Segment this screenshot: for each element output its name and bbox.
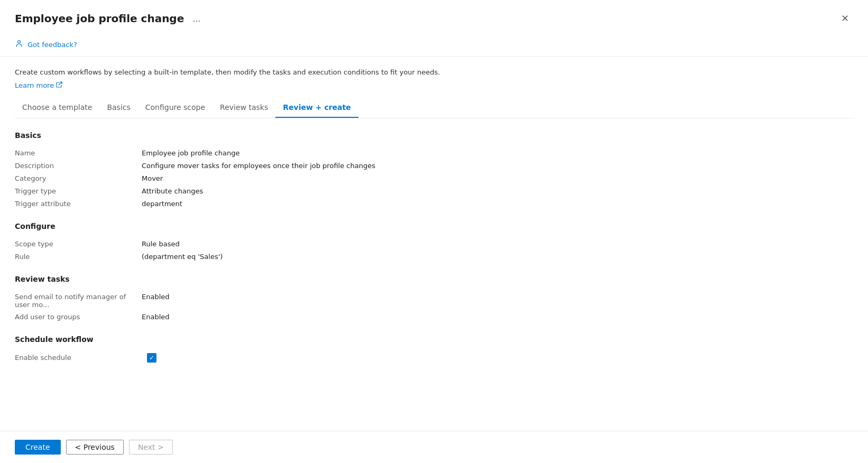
checkmark-icon: ✓ [149,355,154,361]
table-row: Trigger type Attribute changes [15,185,853,198]
schedule-title: Schedule workflow [15,335,853,344]
table-row: Trigger attribute department [15,198,853,210]
schedule-section: Schedule workflow Enable schedule ✓ [15,335,853,365]
svg-point-0 [18,41,21,43]
dialog-title: Employee job profile change [15,12,184,25]
tab-configure-scope[interactable]: Configure scope [138,99,213,118]
configure-table: Scope type Rule based Rule (department e… [15,238,853,263]
enable-schedule-row: Enable schedule ✓ [15,351,853,365]
intro-description: Create custom workflows by selecting a b… [15,67,853,78]
table-row: Add user to groups Enabled [15,311,853,323]
create-button[interactable]: Create [15,440,61,455]
external-link-icon [56,81,62,89]
table-row: Send email to notify manager of user mo.… [15,291,853,311]
table-row: Name Employee job profile change [15,147,853,160]
review-tasks-title: Review tasks [15,275,853,283]
footer: Create < Previous Next > [0,431,868,463]
feedback-bar: Got feedback? [0,35,868,57]
previous-button[interactable]: < Previous [66,440,124,455]
next-button: Next > [129,440,173,455]
basics-table: Name Employee job profile change Descrip… [15,147,853,210]
table-row: Rule (department eq 'Sales') [15,251,853,263]
tab-review-create[interactable]: Review + create [275,99,358,118]
enable-schedule-label: Enable schedule [15,354,142,362]
configure-section: Configure Scope type Rule based Rule (de… [15,222,853,263]
review-tasks-section: Review tasks Send email to notify manage… [15,275,853,323]
tab-review-tasks[interactable]: Review tasks [213,99,275,118]
tab-basics[interactable]: Basics [99,99,137,118]
svg-line-1 [59,82,62,85]
basics-section: Basics Name Employee job profile change … [15,131,853,210]
table-row: Description Configure mover tasks for em… [15,160,853,172]
table-row: Category Mover [15,172,853,185]
basics-title: Basics [15,131,853,140]
feedback-icon [15,39,23,50]
more-options-button[interactable]: ... [189,12,204,25]
learn-more-link[interactable]: Learn more [15,81,62,89]
review-tasks-table: Send email to notify manager of user mo.… [15,291,853,323]
tabs: Choose a template Basics Configure scope… [15,99,853,118]
configure-title: Configure [15,222,853,230]
content-area: Create custom workflows by selecting a b… [0,57,868,431]
table-row: Scope type Rule based [15,238,853,251]
feedback-link[interactable]: Got feedback? [27,41,77,49]
tab-choose-template[interactable]: Choose a template [15,99,99,118]
close-button[interactable]: ✕ [837,11,853,26]
enable-schedule-checkbox[interactable]: ✓ [147,353,156,363]
